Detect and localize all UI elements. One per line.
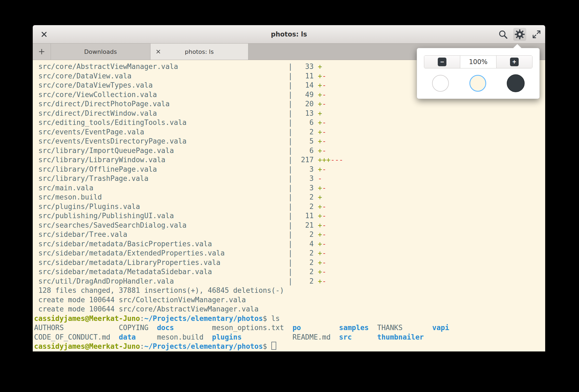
- settings-popover: − 100% +: [417, 48, 540, 99]
- zoom-in-button[interactable]: +: [496, 56, 532, 68]
- summary-line: 128 files changed, 37881 insertions(+), …: [34, 286, 545, 295]
- diffstat-line: src/publishing/PublishingUI.vala | 11 +-: [34, 211, 545, 221]
- diffstat-line: src/library/LibraryWindow.vala | 217 +++…: [34, 155, 545, 165]
- diffstat-line: src/searches/SavedSearchDialog.vala | 21…: [34, 221, 545, 230]
- ls-line: AUTHORS COPYING docs meson_options.txt p…: [34, 323, 545, 333]
- tab-label: Downloads: [84, 48, 117, 55]
- prompt-line: cassidyjames@Meerkat-Juno:~/Projects/ele…: [34, 314, 545, 323]
- prompt-line: cassidyjames@Meerkat-Juno:~/Projects/ele…: [34, 342, 545, 351]
- settings-button[interactable]: [513, 28, 526, 41]
- diffstat-line: src/sidebar/metadata/LibraryProperties.v…: [34, 258, 545, 267]
- zoom-control: − 100% +: [424, 55, 532, 68]
- search-button[interactable]: [496, 28, 509, 41]
- zoom-out-icon: −: [438, 58, 446, 66]
- diffstat-line: src/library/ImportQueuePage.vala | 6 +-: [34, 146, 545, 155]
- create-mode-line: create mode 100644 src/core/AbstractView…: [34, 304, 545, 314]
- theme-switcher: [417, 74, 539, 92]
- create-mode-line: create mode 100644 src/CollectionViewMan…: [34, 295, 545, 305]
- diffstat-line: src/library/TrashPage.vala | 3 -: [34, 174, 545, 183]
- ls-line: CODE_OF_CONDUCT.md data meson.build plug…: [34, 333, 545, 342]
- diffstat-line: src/events/EventsDirectoryPage.vala | 5 …: [34, 137, 545, 146]
- window-title: photos: ls: [33, 31, 545, 38]
- zoom-in-icon: +: [510, 58, 519, 66]
- diffstat-line: src/direct/DirectPhotoPage.vala | 20 +-: [34, 99, 545, 109]
- diffstat-line: src/sidebar/metadata/ExtendedProperties.…: [34, 248, 545, 258]
- tab-close-button[interactable]: [155, 44, 161, 60]
- theme-dark-button[interactable]: [507, 74, 525, 92]
- terminal-cursor: [271, 342, 276, 350]
- expand-icon: [531, 29, 542, 39]
- diffstat-line: src/plugins/Plugins.vala | 2 +-: [34, 202, 545, 211]
- zoom-level: 100%: [460, 56, 496, 68]
- diffstat-line: src/events/EventPage.vala | 2 +-: [34, 127, 545, 137]
- diffstat-line: src/sidebar/metadata/MetadataSidebar.val…: [34, 267, 545, 277]
- diffstat-line: src/main.vala | 3 +-: [34, 183, 545, 193]
- zoom-out-button[interactable]: −: [424, 56, 460, 68]
- fullscreen-button[interactable]: [530, 28, 543, 41]
- new-tab-button[interactable]: [33, 44, 51, 60]
- terminal-body[interactable]: src/core/AbstractViewManager.vala | 33 +…: [33, 60, 545, 351]
- gear-icon: [514, 29, 525, 40]
- plus-icon: [38, 48, 45, 55]
- diffstat-line: src/editing_tools/EditingTools.vala | 6 …: [34, 118, 545, 127]
- diffstat-line: src/sidebar/metadata/BasicProperties.val…: [34, 239, 545, 249]
- diffstat-line: src/meson.build | 2 +: [34, 192, 545, 202]
- theme-solarized-light-button[interactable]: [469, 75, 486, 92]
- headerbar: photos: ls: [33, 25, 545, 44]
- diffstat-line: src/direct/DirectWindow.vala | 13 +: [34, 109, 545, 118]
- close-icon: [40, 30, 48, 38]
- diffstat-line: src/sidebar/Tree.vala | 2 +-: [34, 230, 545, 239]
- tab-downloads[interactable]: Downloads: [51, 44, 150, 60]
- headerbar-actions: [496, 28, 545, 41]
- window-close-button[interactable]: [39, 29, 50, 40]
- theme-white-button[interactable]: [432, 75, 449, 92]
- search-icon: [498, 29, 508, 40]
- diffstat-line: src/library/OfflinePage.vala | 3 +-: [34, 165, 545, 174]
- tab-photos-ls[interactable]: photos: ls: [150, 44, 248, 60]
- diffstat-line: src/util/DragAndDropHandler.vala | 2 +-: [34, 277, 545, 286]
- tab-close-icon: [155, 49, 161, 55]
- tab-label: photos: ls: [185, 48, 214, 55]
